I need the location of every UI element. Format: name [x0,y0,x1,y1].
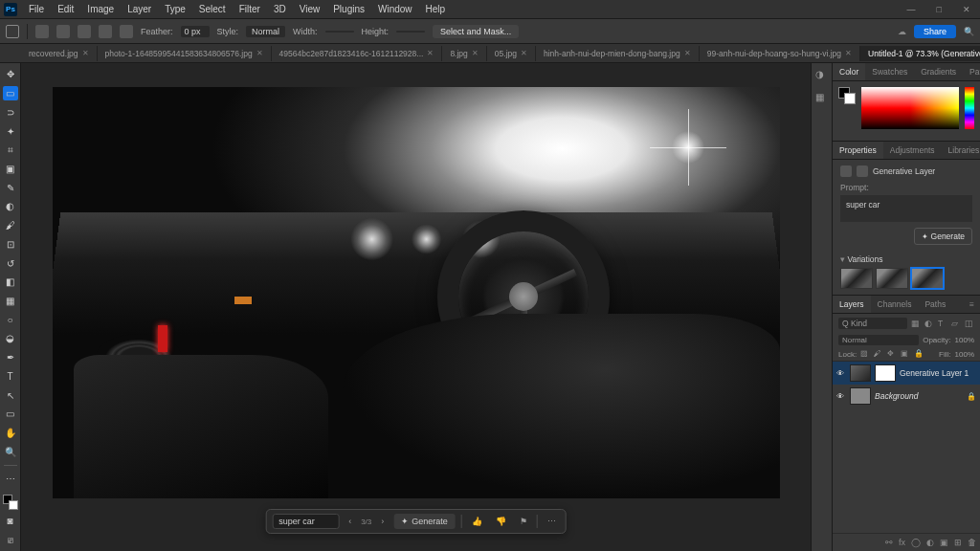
thumbs-up-button[interactable]: 👍 [468,517,486,526]
variation-thumb-3[interactable] [911,268,944,289]
prompt-textarea[interactable]: super car [840,195,972,222]
edit-toolbar[interactable]: ⋯ [3,472,18,487]
selection-subtract-icon[interactable] [99,25,112,38]
lock-pos-icon[interactable]: ✥ [887,349,897,359]
layer-thumbnail[interactable] [850,387,871,405]
hue-slider[interactable] [965,87,974,129]
history-brush-tool[interactable]: ↺ [3,255,18,271]
tab-channels[interactable]: Channels [871,296,919,313]
frame-tool[interactable]: ▣ [3,162,18,177]
gradient-tool[interactable]: ▦ [3,294,18,309]
feather-input[interactable]: 0 px [181,26,210,37]
layer-thumbnail[interactable] [850,364,871,382]
prompt-input[interactable]: super car [272,514,339,529]
variation-thumb-2[interactable] [876,268,908,289]
tab-doc-7[interactable]: Untitled-1 @ 73.3% (Generative Layer 1, … [860,46,980,61]
delete-layer-icon[interactable]: 🗑 [968,538,976,547]
menu-layer[interactable]: Layer [122,2,157,16]
filter-smart-icon[interactable]: ◫ [965,319,974,328]
lock-nest-icon[interactable]: ▣ [901,349,910,359]
layer-mask-thumbnail[interactable] [875,364,896,382]
menu-edit[interactable]: Edit [52,2,79,16]
style-select[interactable]: Normal [246,26,285,37]
hand-tool[interactable]: ✋ [3,426,18,441]
pen-tool[interactable]: ✒ [3,350,18,365]
height-input[interactable] [396,31,425,33]
layer-mask-icon[interactable]: ◯ [911,538,921,547]
screenmode-tool[interactable]: ⎚ [3,532,18,547]
opacity-value[interactable]: 100% [955,336,974,344]
layer-row[interactable]: 👁 Generative Layer 1 [833,362,980,385]
menu-plugins[interactable]: Plugins [327,2,370,16]
layer-name[interactable]: Background [875,391,918,401]
wand-tool[interactable]: ✦ [3,123,18,139]
home-icon[interactable] [6,25,19,38]
tab-doc-5[interactable]: hinh-anh-nui-dep-mien-dong-bang.jpg✕ [536,46,700,61]
layer-fx-icon[interactable]: fx [899,538,905,547]
tab-patterns[interactable]: Patterns [963,63,980,80]
tool-preset-icon[interactable] [35,25,49,38]
prev-variation-button[interactable]: ‹ [345,517,355,526]
next-variation-button[interactable]: › [377,517,388,526]
filter-kind-select[interactable]: Q Kind [838,318,907,329]
flag-button[interactable]: ⚑ [516,517,531,526]
visibility-icon[interactable]: 👁 [836,392,846,401]
lasso-tool[interactable]: ⊃ [3,104,18,120]
filter-pixel-icon[interactable]: ▦ [911,319,921,328]
tab-properties[interactable]: Properties [833,142,883,159]
close-icon[interactable]: ✕ [472,49,479,57]
tab-gradients[interactable]: Gradients [914,63,963,80]
variation-thumb-1[interactable] [840,268,873,289]
group-icon[interactable]: ▣ [940,538,948,547]
eyedropper-tool[interactable]: ✎ [3,180,18,195]
tab-paths[interactable]: Paths [918,296,952,313]
stamp-tool[interactable]: ⊡ [3,236,18,252]
document[interactable] [53,87,780,498]
menu-3d[interactable]: 3D [268,2,292,16]
lock-icon[interactable]: 🔒 [967,392,976,401]
panel-icon[interactable]: ◑ [815,69,829,82]
lock-pixel-icon[interactable]: 🖌 [874,349,883,359]
select-and-mask-button[interactable]: Select and Mask... [433,25,519,38]
heal-tool[interactable]: ◐ [3,199,18,214]
menu-filter[interactable]: Filter [234,2,266,16]
layer-row[interactable]: 👁 Background 🔒 [833,385,980,408]
tab-swatches[interactable]: Swatches [865,63,914,80]
filter-shape-icon[interactable]: ▱ [951,319,961,328]
minimize-button[interactable]: — [902,3,922,16]
type-tool[interactable]: T [3,369,18,385]
move-tool[interactable]: ✥ [3,67,18,82]
tab-doc-3[interactable]: 8.jpg✕ [442,46,486,61]
filter-adj-icon[interactable]: ◐ [924,319,934,328]
lock-trans-icon[interactable]: ▨ [860,349,870,359]
menu-window[interactable]: Window [372,2,418,16]
thumbs-down-button[interactable]: 👎 [492,517,510,526]
canvas-area[interactable]: super car ‹ 3/3 › ✦Generate 👍 👎 ⚑ ⋯ [21,63,811,551]
tab-doc-0[interactable]: recovered.jpg✕ [21,46,98,61]
more-button[interactable]: ⋯ [544,517,560,526]
path-tool[interactable]: ↖ [3,387,18,403]
shape-tool[interactable]: ▭ [3,407,18,422]
dodge-tool[interactable]: ◒ [3,331,18,346]
visibility-icon[interactable]: 👁 [836,369,846,378]
brush-tool[interactable]: 🖌 [3,218,18,233]
panel-icon[interactable]: ▦ [815,92,829,105]
tab-layers[interactable]: Layers [833,296,871,313]
close-icon[interactable]: ✕ [427,49,434,57]
layer-name[interactable]: Generative Layer 1 [900,368,969,378]
tab-doc-6[interactable]: 99-anh-nui-dep-hoang-so-hung-vi.jpg✕ [700,46,860,61]
eraser-tool[interactable]: ◧ [3,275,18,290]
adjustment-layer-icon[interactable]: ◐ [926,538,934,547]
tab-doc-2[interactable]: 49564bc2e87d1823416c-1612112928...✕ [272,46,443,61]
new-layer-icon[interactable]: ⊞ [954,538,962,547]
filter-type-icon[interactable]: T [938,319,947,328]
close-icon[interactable]: ✕ [521,49,527,57]
maximize-button[interactable]: □ [931,3,947,16]
menu-view[interactable]: View [294,2,326,16]
panel-menu-icon[interactable]: ≡ [964,296,980,313]
cloud-icon[interactable]: ☁ [898,27,906,36]
generate-button[interactable]: Generate [914,228,972,245]
menu-help[interactable]: Help [420,2,452,16]
menu-file[interactable]: File [23,2,50,16]
close-icon[interactable]: ✕ [845,49,852,57]
